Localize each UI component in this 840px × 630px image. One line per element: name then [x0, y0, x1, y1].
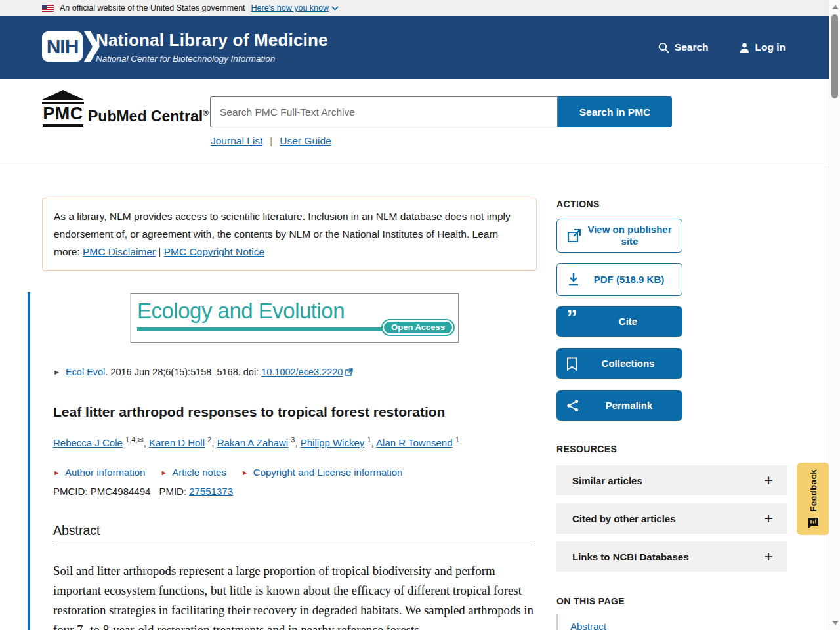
abstract-heading: Abstract [53, 523, 535, 545]
author: Philipp Wickey 1, [301, 437, 376, 448]
citation-text: . 2016 Jun 28;6(15):5158–5168. doi: [105, 367, 259, 377]
download-icon [567, 272, 580, 287]
on-this-page-heading: ON THIS PAGE [556, 596, 625, 606]
citation-marker-icon: ► [53, 368, 60, 376]
pmc-nav-links: Journal List | User Guide [211, 135, 331, 147]
journal-title: Ecology and Evolution [137, 299, 345, 324]
pmc-copyright-link[interactable]: PMC Copyright Notice [164, 246, 264, 257]
org-name: National Library of Medicine [96, 30, 328, 51]
external-link-icon [567, 228, 581, 243]
article-meta-links: ► Author information ► Article notes ► C… [53, 467, 402, 478]
person-icon [739, 42, 750, 53]
us-flag-icon [42, 5, 54, 12]
on-this-page-toc: Abstract [556, 614, 701, 630]
abstract-text: Soil and litter arthropods represent a l… [53, 561, 536, 630]
share-icon [566, 399, 579, 412]
nlm-disclaimer-box: As a library, NLM provides access to sci… [42, 198, 537, 271]
gov-banner: An official website of the United States… [0, 0, 829, 16]
pmc-disclaimer-link[interactable]: PMC Disclaimer [83, 246, 156, 257]
registered-mark: ® [203, 108, 209, 117]
doi-link[interactable]: 10.1002/ece3.2220 [261, 367, 343, 377]
quote-icon: ” [566, 317, 578, 326]
feedback-icon [808, 517, 819, 528]
resources-heading: RESOURCES [556, 444, 617, 454]
nlm-header: NIH National Library of Medicine Nationa… [0, 16, 829, 79]
search-in-pmc-button[interactable]: Search in PMC [558, 96, 672, 127]
heres-how-you-know-link[interactable]: Here's how you know [251, 3, 339, 12]
journal-abbrev-link[interactable]: Ecol Evol [66, 367, 105, 377]
copyright-license-link[interactable]: ► Copyright and License information [242, 467, 403, 478]
view-on-publisher-site-button[interactable]: View on publisher site [556, 219, 682, 253]
pmc-logo-text: PMC [43, 104, 83, 127]
search-icon [658, 42, 669, 53]
gov-banner-text: An official website of the United States… [60, 3, 245, 12]
author-link[interactable]: Rebecca J Cole [53, 437, 123, 448]
permalink-button[interactable]: Permalink [556, 390, 682, 421]
scroll-up-arrow[interactable] [832, 5, 839, 9]
author-link[interactable]: Rakan A Zahawi [217, 437, 288, 448]
author-information-link[interactable]: ► Author information [53, 467, 145, 478]
header-actions: Search Log in [658, 16, 786, 79]
author: Rebecca J Cole 1,4,✉, [53, 437, 149, 448]
plus-icon: + [764, 471, 773, 490]
ncbi-links-accordion[interactable]: Links to NCBI Databases + [556, 541, 788, 572]
cite-button[interactable]: ” Cite [556, 306, 682, 337]
pdf-download-button[interactable]: PDF (518.9 KB) [556, 263, 682, 296]
author: Karen D Holl 2, [149, 437, 217, 448]
pmcid-label: PMCID: [53, 486, 91, 497]
article-ids: PMCID: PMC4984494PMID: 27551373 [53, 486, 233, 497]
article-notes-link[interactable]: ► Article notes [160, 467, 226, 478]
plus-icon: + [764, 547, 773, 566]
scroll-down-arrow[interactable] [832, 621, 839, 625]
pmc-logo[interactable]: PMC [42, 90, 84, 127]
pmc-brand: PubMed Central® [88, 108, 209, 125]
pmcid-value: PMC4984494 [91, 486, 151, 497]
collections-button[interactable]: Collections [556, 348, 682, 379]
similar-articles-accordion[interactable]: Similar articles + [556, 465, 788, 495]
external-link-icon [345, 368, 353, 376]
header-login-button[interactable]: Log in [739, 41, 786, 53]
open-access-badge: Open Access [383, 320, 453, 335]
article-left-rule [28, 292, 30, 630]
pmid-link[interactable]: 27551373 [189, 486, 233, 497]
feedback-button[interactable]: Feedback [797, 463, 830, 535]
pmc-article-page: An official website of the United States… [0, 0, 840, 630]
org-titles: National Library of Medicine National Ce… [96, 30, 328, 64]
journal-list-link[interactable]: Journal List [211, 135, 262, 147]
divider: | [270, 135, 272, 147]
author-list: Rebecca J Cole 1,4,✉, Karen D Holl 2, Ra… [53, 436, 459, 448]
scrollbar-thumb[interactable] [831, 14, 838, 98]
scrollbar[interactable] [829, 0, 840, 630]
marker-icon: ► [53, 469, 60, 476]
citation-line: ► Ecol Evol . 2016 Jun 28;6(15):5158–516… [53, 367, 353, 377]
author: Rakan A Zahawi 3, [217, 437, 301, 448]
marker-icon: ► [160, 469, 167, 476]
nih-logo-text: NIH [42, 32, 83, 62]
author: Alan R Townsend 1 [376, 437, 459, 448]
article-title: Leaf litter arthropod responses to tropi… [53, 404, 526, 420]
pmc-header: PMC PubMed Central® Search in PMC Journa… [0, 79, 829, 167]
chevron-down-icon [331, 6, 339, 10]
actions-heading: ACTIONS [556, 199, 600, 209]
author-link[interactable]: Alan R Townsend [376, 437, 452, 448]
journal-rule [137, 327, 400, 331]
pmc-building-icon [42, 90, 84, 100]
pmid-label: PMID: [159, 486, 189, 497]
org-subtitle: National Center for Biotechnology Inform… [96, 54, 328, 64]
journal-banner: Ecology and Evolution Open Access [131, 293, 459, 343]
marker-icon: ► [242, 469, 249, 476]
plus-icon: + [764, 509, 773, 528]
user-guide-link[interactable]: User Guide [280, 135, 331, 147]
pmc-search-input[interactable] [210, 96, 558, 127]
cited-by-accordion[interactable]: Cited by other articles + [556, 503, 788, 534]
author-link[interactable]: Philipp Wickey [301, 437, 365, 448]
header-search-button[interactable]: Search [658, 41, 709, 53]
author-link[interactable]: Karen D Holl [149, 437, 205, 448]
nih-logo[interactable]: NIH [42, 32, 100, 62]
toc-abstract-link[interactable]: Abstract [570, 621, 606, 630]
bookmark-icon [566, 357, 578, 371]
